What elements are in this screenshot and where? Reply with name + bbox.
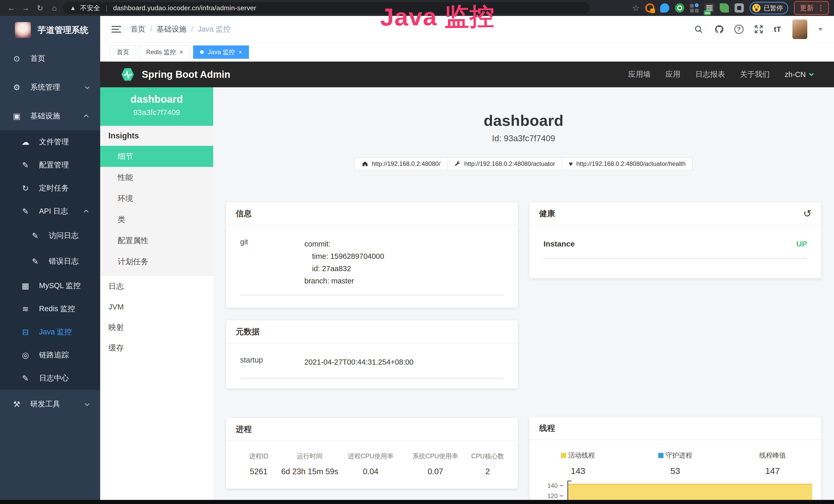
service-url-button[interactable]: http://192.168.0.2:48080/: [355, 157, 447, 170]
sidebar-item-access-log[interactable]: ✎ 访问日志: [0, 223, 100, 249]
tab-redis-monitor[interactable]: Redis 监控 ×: [139, 45, 190, 59]
actuator-url-button[interactable]: http://192.168.0.2:48080/actuator: [447, 157, 562, 170]
home-icon[interactable]: ⌂: [48, 2, 61, 14]
instance-menu-scheduled-tasks[interactable]: 计划任务: [100, 251, 213, 272]
breadcrumb-home[interactable]: 首页: [130, 24, 146, 35]
sba-brand-title[interactable]: Spring Boot Admin: [142, 69, 231, 80]
hamburger-icon[interactable]: [111, 25, 121, 33]
bookmark-star-icon[interactable]: ☆: [632, 3, 640, 13]
extension-grid-icon[interactable]: [690, 3, 699, 13]
sidebar-item-label: Redis 监控: [39, 304, 75, 314]
spring-boot-admin-logo-icon[interactable]: [120, 67, 135, 82]
health-url-button[interactable]: ♥ http://192.168.0.2:48080/actuator/heal…: [562, 157, 693, 170]
legend-label: 线程峰值: [759, 451, 786, 460]
extension-yuque-icon[interactable]: [675, 3, 684, 13]
metadata-card: 元数据 startup 2021-04-27T00:44:31.254+08:0…: [226, 320, 518, 388]
left-column: 信息 git commit: time: 1596289704000 id: 2: [226, 202, 518, 488]
chevron-down-icon: [85, 401, 89, 406]
sidebar-item-system[interactable]: ⚙ 系统管理: [0, 73, 100, 102]
help-icon[interactable]: ?: [734, 25, 744, 34]
browser-menu-icon[interactable]: ⋮: [817, 6, 825, 10]
menu-label: 环境: [118, 193, 133, 204]
update-label: 更新: [800, 3, 814, 13]
info-value: commit: time: 1596289704000 id: 27aa832 …: [304, 238, 384, 287]
cards-grid: 信息 git commit: time: 1596289704000 id: 2: [226, 202, 821, 504]
browser-actions: ☆ on 已暂停 更新 ⋮: [632, 1, 829, 15]
tab-java-monitor[interactable]: Java 监控 ×: [193, 45, 249, 59]
instance-menu-mappings[interactable]: 映射: [100, 317, 213, 338]
sidebar-item-dev-tools[interactable]: ⚒ 研发工具: [0, 390, 100, 418]
breadcrumb-separator: /: [191, 25, 193, 33]
sba-nav-about[interactable]: 关于我们: [740, 69, 770, 79]
extension-tabs-icon[interactable]: on: [705, 3, 714, 13]
instance-menu-classes[interactable]: 类: [100, 209, 213, 230]
tab-home[interactable]: 首页: [110, 45, 136, 59]
sidebar-item-home[interactable]: ⊙ 首页: [0, 44, 100, 73]
chevron-up-icon: [84, 114, 88, 119]
sidebar-item-infra[interactable]: ▣ 基础设施: [0, 102, 100, 131]
sidebar-item-error-log[interactable]: ✎ 错误日志: [0, 249, 100, 274]
history-icon[interactable]: ↺: [803, 208, 811, 219]
menu-label: 配置属性: [118, 235, 149, 246]
avatar-caret-icon[interactable]: [818, 28, 823, 31]
close-icon[interactable]: ×: [238, 49, 242, 55]
user-avatar[interactable]: [792, 20, 807, 39]
health-row: Instance UP: [544, 239, 807, 248]
peak-threads-value: 147: [724, 466, 821, 476]
card-header: 元数据: [226, 320, 518, 344]
process-value-row: 5261 6d 23h 15m 59s 0.04 0.07 2: [236, 460, 507, 476]
system-cpu: 0.07: [403, 467, 468, 476]
forward-icon[interactable]: →: [20, 2, 32, 14]
sidebar-item-java-monitor[interactable]: ⊟ Java 监控: [0, 320, 100, 344]
sba-nav-wallboard[interactable]: 应用墙: [628, 69, 651, 79]
menu-label: 类: [118, 214, 125, 225]
instance-menu-environment[interactable]: 环境: [100, 188, 213, 209]
close-icon[interactable]: ×: [179, 49, 183, 55]
warning-icon: ▲: [70, 4, 76, 12]
extensions-puzzle-icon[interactable]: [734, 3, 744, 13]
fullscreen-icon[interactable]: [753, 24, 764, 35]
sidebar-item-tracing[interactable]: ◎ 链路追踪: [0, 344, 100, 367]
sidebar-item-label: 错误日志: [49, 256, 79, 267]
instance-menu-jvm[interactable]: JVM: [100, 297, 213, 317]
card-body: git commit: time: 1596289704000 id: 27aa…: [226, 225, 518, 295]
daemon-threads-value: 53: [627, 466, 724, 476]
sidebar-item-mysql[interactable]: ▦ MySQL 监控: [0, 274, 100, 297]
sba-nav-journal[interactable]: 日志报表: [695, 69, 725, 79]
address-bar[interactable]: ▲ 不安全 | dashboard.yudao.iocoder.cn/infra…: [63, 2, 590, 14]
sidebar-item-files[interactable]: ☁ 文件管理: [0, 131, 100, 154]
extension-ring-icon[interactable]: [645, 3, 655, 13]
instance-menu-metrics[interactable]: 性能: [100, 167, 213, 188]
sidebar-item-api-log[interactable]: ✎ API 日志: [0, 200, 100, 223]
back-icon[interactable]: ←: [5, 2, 18, 14]
sidebar-item-log-center[interactable]: ✎ 日志中心: [0, 367, 100, 390]
search-icon[interactable]: [693, 24, 704, 35]
sidebar-item-label: Java 监控: [39, 327, 72, 337]
sidebar-item-config[interactable]: ✎ 配置管理: [0, 154, 100, 177]
update-button[interactable]: 更新 ⋮: [794, 1, 829, 15]
divider: [240, 295, 504, 295]
divider: [240, 378, 504, 379]
extension-leaf-icon[interactable]: [720, 3, 729, 13]
service-url: http://192.168.0.2:48080/: [372, 160, 440, 167]
chevron-up-icon: [84, 209, 88, 214]
tab-label: Java 监控: [208, 48, 235, 56]
instance-menu-details[interactable]: 细节: [100, 146, 213, 167]
security-label: 不安全: [80, 4, 100, 13]
card-header: 进程: [226, 418, 518, 441]
breadcrumb-infra[interactable]: 基础设施: [157, 24, 186, 35]
github-icon[interactable]: [714, 24, 725, 35]
language-selector[interactable]: zh-CN: [785, 70, 812, 79]
sidebar-item-jobs[interactable]: ↻ 定时任务: [0, 177, 100, 200]
instance-menu-logs[interactable]: 日志: [100, 276, 213, 297]
font-size-icon[interactable]: tT: [774, 25, 781, 33]
extension-drop-icon[interactable]: [660, 3, 670, 13]
sidebar-item-redis[interactable]: ≋ Redis 监控: [0, 297, 100, 320]
sba-nav-applications[interactable]: 应用: [665, 69, 680, 79]
reload-icon[interactable]: ↻: [34, 2, 46, 14]
paused-badge[interactable]: 已暂停: [749, 2, 788, 15]
instance-menu-caches[interactable]: 缓存: [100, 338, 213, 358]
annotation-text: Java 监控: [380, 0, 495, 35]
legend-item-peak: 线程峰值 147: [724, 451, 821, 476]
instance-menu-config-props[interactable]: 配置属性: [100, 230, 213, 251]
